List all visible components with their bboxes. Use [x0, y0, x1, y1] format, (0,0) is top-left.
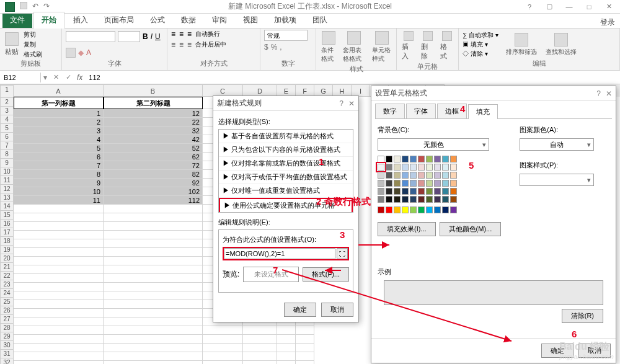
color-palette[interactable] [378, 154, 501, 215]
color-swatch[interactable] [434, 164, 441, 171]
color-swatch[interactable] [394, 172, 401, 179]
align-mid-icon[interactable]: ≡ [179, 30, 184, 38]
color-swatch[interactable] [402, 156, 409, 162]
color-swatch[interactable] [386, 180, 392, 187]
rule-type-item[interactable]: ▶ 基于各自值设置所有单元格的格式 [219, 130, 353, 143]
cell[interactable] [243, 335, 277, 344]
cell[interactable] [277, 344, 296, 352]
format-button[interactable]: 格式(F)... [303, 267, 349, 282]
col-header[interactable]: I [352, 84, 370, 97]
close-icon[interactable]: ✕ [600, 1, 618, 12]
color-swatch[interactable] [442, 164, 449, 171]
paste-button[interactable]: 粘贴 [4, 31, 20, 58]
comma-icon[interactable]: , [280, 43, 281, 51]
color-swatch[interactable] [386, 206, 392, 213]
color-swatch[interactable] [394, 164, 401, 171]
cell[interactable] [14, 222, 104, 231]
name-box[interactable]: B12 [0, 73, 41, 82]
cell[interactable]: 第二列标题 [104, 97, 203, 109]
cell[interactable] [14, 317, 104, 326]
color-swatch[interactable] [450, 196, 457, 203]
color-swatch[interactable] [442, 180, 449, 187]
font-name-select[interactable] [66, 31, 115, 42]
color-swatch[interactable] [402, 180, 409, 187]
cell[interactable]: 第一列标题 [14, 97, 104, 109]
color-swatch[interactable] [426, 164, 433, 171]
rule-type-item[interactable]: ▶ 只为包含以下内容的单元格设置格式 [219, 143, 353, 157]
color-swatch[interactable] [442, 188, 449, 195]
cell[interactable]: 9 [14, 179, 104, 187]
color-swatch[interactable] [378, 172, 384, 179]
rule-type-item[interactable]: ▶ 仅对排名靠前或靠后的数值设置格式 [219, 157, 353, 171]
format-painter-button[interactable]: 格式刷 [24, 50, 42, 59]
wrap-button[interactable]: 自动换行 [195, 30, 220, 38]
underline-button[interactable]: U [155, 32, 161, 41]
font-size-select[interactable] [118, 31, 140, 42]
tab-file[interactable]: 文件 [2, 12, 32, 28]
tab-view[interactable]: 视图 [236, 12, 265, 28]
color-swatch[interactable] [410, 180, 417, 187]
color-swatch[interactable] [442, 206, 449, 213]
row-header[interactable]: 15 [0, 211, 14, 220]
row-header[interactable]: 23 [0, 280, 14, 289]
cell[interactable] [104, 283, 203, 291]
align-top-icon[interactable]: ≡ [171, 30, 175, 38]
cell[interactable]: 92 [104, 179, 203, 187]
col-header[interactable]: E [277, 84, 296, 97]
copy-button[interactable]: 复制 [24, 40, 42, 49]
color-swatch[interactable] [402, 172, 409, 179]
row-header[interactable]: 28 [0, 324, 14, 332]
color-swatch[interactable] [410, 188, 417, 195]
cell[interactable] [203, 326, 243, 335]
col-header[interactable]: D [243, 84, 277, 97]
cell[interactable] [277, 352, 296, 361]
sort-filter-button[interactable]: 排序和筛选 [505, 32, 538, 58]
cell[interactable] [243, 361, 277, 364]
cell[interactable] [104, 317, 203, 326]
cell[interactable]: 22 [104, 118, 203, 127]
qat-undo-icon[interactable]: ↶ [32, 2, 38, 12]
color-swatch[interactable] [402, 188, 409, 195]
cell[interactable] [296, 344, 314, 352]
color-swatch[interactable] [426, 188, 433, 195]
color-swatch[interactable] [386, 164, 392, 171]
delete-cells-button[interactable]: 删除 [420, 30, 435, 62]
color-swatch[interactable] [434, 156, 441, 162]
color-swatch[interactable] [418, 196, 425, 203]
color-swatch[interactable] [394, 156, 401, 162]
cell[interactable] [14, 300, 104, 309]
color-swatch[interactable] [394, 188, 401, 195]
row-header[interactable]: 32 [0, 358, 14, 364]
tab-insert[interactable]: 插入 [66, 12, 95, 28]
fill-button[interactable]: ▣ 填充 ▾ [463, 40, 498, 49]
cell[interactable] [277, 335, 296, 344]
cell[interactable] [203, 361, 243, 364]
cell[interactable]: 102 [104, 187, 203, 196]
row-header[interactable]: 24 [0, 289, 14, 298]
color-swatch[interactable] [410, 164, 417, 171]
cell[interactable] [104, 326, 203, 335]
cell[interactable] [277, 361, 296, 364]
row-header[interactable]: 14 [0, 202, 14, 211]
cell[interactable] [104, 248, 203, 257]
rule-type-item-formula[interactable]: ▶ 使用公式确定要设置格式的单元格 [219, 198, 353, 212]
rule-type-item[interactable]: ▶ 仅对高于或低于平均值的数值设置格式 [219, 171, 353, 184]
cell[interactable] [104, 274, 203, 283]
cell[interactable] [14, 231, 104, 239]
cond-format-button[interactable]: 条件格式 [320, 30, 338, 64]
cell[interactable] [14, 205, 104, 213]
no-color-button[interactable]: 无颜色 [378, 138, 489, 151]
align-right-icon[interactable]: ≡ [187, 40, 192, 49]
formula-input[interactable]: 112 [85, 73, 620, 82]
color-swatch[interactable] [434, 188, 441, 195]
color-swatch[interactable] [450, 206, 457, 213]
color-swatch[interactable] [442, 156, 449, 162]
color-swatch[interactable] [450, 188, 457, 195]
cell[interactable] [203, 344, 243, 352]
tab-home[interactable]: 开始 [33, 12, 64, 29]
cell[interactable] [104, 231, 203, 239]
number-format-select[interactable]: 常规 [264, 30, 308, 41]
autosum-button[interactable]: ∑ 自动求和 ▾ [463, 31, 498, 40]
namebox-arrow-icon[interactable]: ▾ [41, 73, 50, 82]
row-header[interactable]: 8 [0, 150, 14, 159]
